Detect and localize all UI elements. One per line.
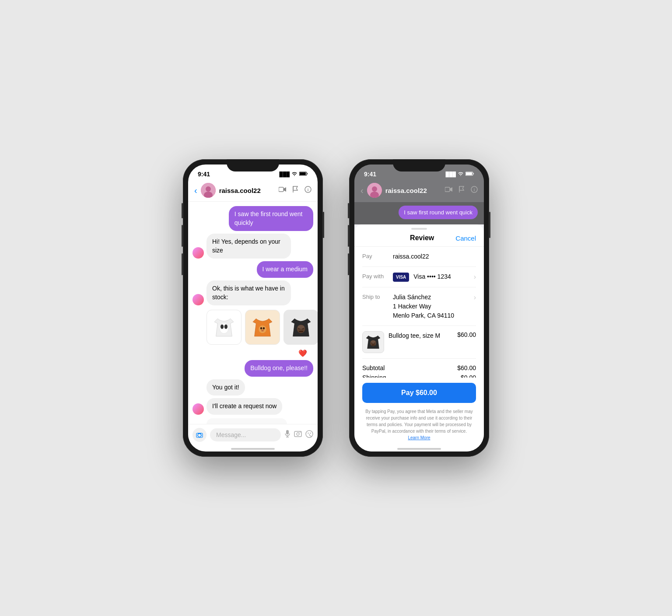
svg-rect-20 <box>299 331 303 332</box>
review-totals: Subtotal $60.00 Shipping $0.00 Tax $0.00 <box>362 359 476 378</box>
phone-chat: 9:41 ███ ‹ <box>183 159 323 457</box>
nav-username-review: raissa.cool22 <box>385 187 441 194</box>
svg-rect-45 <box>371 344 374 345</box>
back-button-review[interactable]: ‹ <box>360 186 364 196</box>
pay-final-button-label: Pay $60.00 <box>401 389 437 396</box>
svg-text:i: i <box>474 188 475 192</box>
shipping-value: $0.00 <box>461 374 476 378</box>
svg-point-28 <box>297 433 299 435</box>
home-bar-review <box>354 445 484 452</box>
product-cards-row <box>192 308 313 346</box>
product-card-3[interactable] <box>284 310 318 345</box>
ship-addr1: 1 Hacker Way <box>393 302 469 311</box>
flag-icon-chat[interactable] <box>293 186 298 195</box>
paywith-label: Pay with <box>362 272 388 280</box>
wifi-icon-review <box>458 172 464 177</box>
cancel-button-review[interactable]: Cancel <box>455 234 476 242</box>
camera-button[interactable] <box>192 428 206 442</box>
side-btn-left2 <box>182 225 183 247</box>
product-cards <box>206 310 318 345</box>
photo-icon[interactable] <box>294 430 302 440</box>
svg-point-3 <box>206 186 211 192</box>
side-btn-left1-review <box>348 203 349 218</box>
review-row-item: Bulldog tee, size M $60.00 <box>362 326 476 359</box>
info-icon-review[interactable]: i <box>471 186 478 195</box>
chat-screen: 9:41 ███ ‹ <box>188 164 318 452</box>
svg-point-13 <box>259 325 266 333</box>
msg-text-7: I'll create a request now <box>212 402 276 410</box>
pay-label: Pay <box>362 252 388 259</box>
product-thumb <box>362 331 384 353</box>
nav-icons-review: i <box>445 186 478 195</box>
svg-point-46 <box>371 340 376 343</box>
svg-point-14 <box>260 327 262 329</box>
phone-review: 9:41 ███ ‹ <box>349 159 489 457</box>
msg-row-1: I saw the first round went quickly <box>192 206 313 231</box>
message-placeholder: Message... <box>216 431 246 438</box>
svg-point-11 <box>224 324 228 329</box>
nav-bar-chat: ‹ raissa.cool22 <box>188 180 318 202</box>
visa-badge: VISA <box>393 273 409 282</box>
review-row-paywith: Pay with VISA Visa •••• 1234 › <box>362 267 476 287</box>
svg-point-31 <box>308 432 308 433</box>
svg-point-29 <box>300 432 301 433</box>
review-nav: Review Cancel <box>354 230 484 247</box>
video-icon-chat[interactable] <box>279 186 287 194</box>
status-icons-review: ███ <box>446 172 474 177</box>
svg-rect-24 <box>286 430 289 434</box>
heart-row: ❤️ <box>192 349 313 357</box>
message-input[interactable]: Message... <box>210 428 281 441</box>
review-top-bubble-text: I saw first round went quick <box>404 209 472 216</box>
sticker-icon[interactable] <box>305 430 313 440</box>
ship-addr2: Menlo Park, CA 94110 <box>393 311 469 320</box>
info-icon-chat[interactable]: i <box>304 186 312 195</box>
status-icons-chat: ███ <box>280 172 308 177</box>
bubble-3: I wear a medium <box>257 261 313 278</box>
product-card-1[interactable] <box>206 310 242 345</box>
back-button-chat[interactable]: ‹ <box>194 186 197 196</box>
review-screen: 9:41 ███ ‹ <box>354 164 484 452</box>
msg-row-5: Bulldog one, please!! <box>192 360 313 377</box>
notch-review <box>393 159 445 172</box>
review-top-bubble: I saw first round went quick <box>399 206 478 219</box>
subtotal-value: $60.00 <box>457 364 476 371</box>
paywith-arrow[interactable]: › <box>474 272 476 281</box>
review-top-msg: I saw first round went quick <box>354 202 484 224</box>
shipto-arrow[interactable]: › <box>474 293 476 301</box>
item-price: $60.00 <box>457 331 476 338</box>
flag-icon-review[interactable] <box>459 186 465 195</box>
disclaimer: By tapping Pay, you agree that Meta and … <box>354 408 484 445</box>
bubble-2: Hi! Yes, depends on your size <box>206 234 291 259</box>
svg-point-16 <box>261 329 264 331</box>
home-indicator-review <box>397 448 441 450</box>
svg-point-21 <box>298 325 304 329</box>
shipto-value: Julia Sánchez 1 Hacker Way Menlo Park, C… <box>393 293 469 320</box>
svg-point-9 <box>220 323 229 333</box>
msg-text-2: Hi! Yes, depends on your size <box>212 238 280 254</box>
review-title: Review <box>410 234 434 242</box>
side-btn-left2-review <box>348 225 349 247</box>
msg-text-3: I wear a medium <box>262 266 308 273</box>
msg-text-5: Bulldog one, please!! <box>250 364 308 371</box>
msg-row-3: I wear a medium <box>192 261 313 278</box>
mic-icon[interactable] <box>284 430 290 440</box>
pay-final-button[interactable]: Pay $60.00 <box>362 383 476 403</box>
pay-value: raissa.cool22 <box>393 252 476 261</box>
nav-bar-review: ‹ raissa.cool22 <box>354 180 484 202</box>
signal-icon-review: ███ <box>446 172 456 177</box>
product-card-2[interactable] <box>245 310 280 345</box>
payment-card-row: 💵 Payment requested Total: $60 Bulldog t… <box>192 417 313 424</box>
side-btn-left1 <box>182 203 183 218</box>
notch <box>227 159 279 172</box>
video-icon-review[interactable] <box>445 186 453 194</box>
side-btn-left3-review <box>348 253 349 275</box>
side-btn-right-review <box>489 212 490 238</box>
svg-rect-1 <box>300 172 306 175</box>
msg-text-1: I saw the first round went quickly <box>234 210 303 226</box>
payment-card: 💵 Payment requested Total: $60 Bulldog t… <box>206 418 287 424</box>
svg-point-22 <box>198 434 201 437</box>
learn-more-link[interactable]: Learn More <box>408 435 430 440</box>
side-btn-left3 <box>182 253 183 275</box>
shipping-label: Shipping <box>362 374 386 378</box>
wifi-icon <box>291 172 298 177</box>
